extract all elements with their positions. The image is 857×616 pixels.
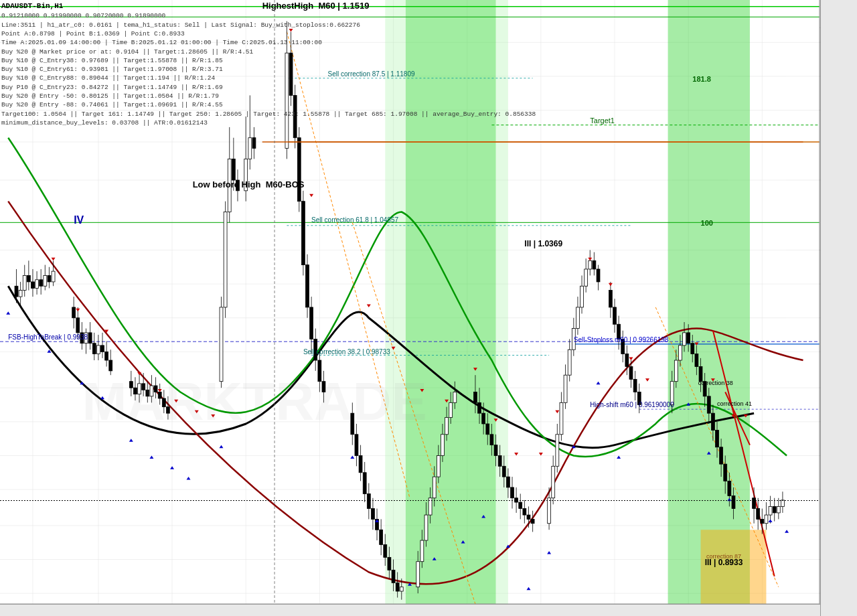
chart-container: ADAUSDT-Bin,H1 0.91210000 0.91990000 0.9… [0, 0, 857, 616]
chart-canvas [0, 0, 857, 616]
